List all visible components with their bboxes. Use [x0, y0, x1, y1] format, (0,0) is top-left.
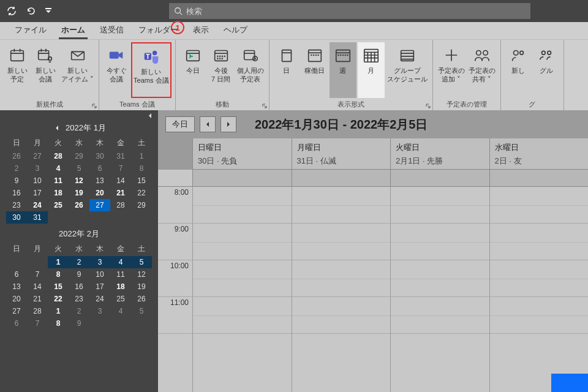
mini-cal-day[interactable]: 15 [131, 175, 152, 187]
time-slot[interactable] [391, 187, 489, 224]
day-column-2[interactable] [390, 187, 489, 392]
new-meeting[interactable]: 新しい会議 [32, 42, 59, 98]
search-input[interactable] [186, 7, 526, 16]
collapse-sidebar[interactable] [0, 110, 158, 121]
time-slot[interactable] [193, 260, 292, 297]
mini-cal-day[interactable]: 13 [89, 175, 110, 187]
mini-cal-day[interactable] [27, 256, 48, 268]
day-header-1[interactable]: 月曜日31日 · 仏滅 [292, 138, 391, 169]
mini-cal-day[interactable]: 30 [6, 211, 27, 224]
dialog-launcher-icon[interactable] [262, 103, 268, 109]
prev-month-icon[interactable] [52, 123, 62, 133]
mini-cal-day[interactable]: 8 [131, 162, 152, 175]
mini-cal-day[interactable]: 21 [27, 293, 48, 305]
mini-cal-day[interactable]: 3 [27, 162, 48, 175]
mini-cal-day[interactable]: 24 [89, 293, 110, 305]
mini-cal-day[interactable]: 26 [6, 150, 27, 162]
mini-cal-day[interactable] [69, 211, 89, 224]
day-column-3[interactable] [489, 187, 589, 392]
mini-cal-day[interactable]: 11 [110, 268, 131, 281]
mini-cal-day[interactable]: 11 [48, 175, 69, 187]
mini-cal-day[interactable]: 4 [48, 162, 69, 175]
mini-cal-day[interactable]: 2 [69, 305, 89, 317]
mini-cal-day[interactable]: 20 [6, 293, 27, 305]
mini-cal-day[interactable]: 3 [89, 305, 110, 317]
menu-tab-3[interactable]: フォルダー [132, 22, 184, 39]
time-slot[interactable] [193, 297, 292, 334]
mini-cal-day[interactable]: 30 [89, 150, 110, 162]
prev-week-button[interactable] [200, 116, 216, 132]
mini-cal-day[interactable] [110, 211, 131, 224]
mini-cal-day[interactable] [110, 317, 131, 330]
view-day[interactable]: 日 [273, 42, 300, 98]
menu-tab-0[interactable]: ファイル [9, 22, 53, 39]
mini-cal-day[interactable]: 16 [69, 281, 89, 293]
calendar-event[interactable] [551, 374, 588, 392]
goto-today[interactable]: 今日 [179, 42, 206, 98]
mini-cal-day[interactable]: 20 [89, 187, 110, 199]
mini-cal-day[interactable]: 4 [110, 256, 131, 268]
day-header-3[interactable]: 水曜日2日 · 友 [489, 138, 589, 169]
mini-cal-day[interactable]: 16 [6, 187, 27, 199]
sync-icon[interactable] [5, 4, 18, 18]
mini-cal-day[interactable]: 5 [131, 256, 152, 268]
time-slot[interactable] [391, 297, 489, 334]
mini-cal-day[interactable]: 27 [6, 305, 27, 317]
mini-cal-day[interactable] [131, 211, 152, 224]
mini-cal-day[interactable]: 13 [6, 281, 27, 293]
mini-cal-day[interactable]: 28 [48, 150, 69, 162]
mini-cal-day[interactable]: 29 [69, 150, 89, 162]
group-schedule[interactable]: グループスケジュール [386, 42, 429, 98]
mini-cal-day[interactable]: 8 [48, 268, 69, 281]
time-slot[interactable] [193, 224, 292, 260]
mini-cal-day[interactable]: 28 [110, 199, 131, 211]
share-calendar[interactable]: 予定表の共有 ˅ [467, 42, 497, 98]
allday-cell[interactable] [390, 170, 489, 186]
mini-cal-day[interactable]: 5 [131, 305, 152, 317]
menu-tab-2[interactable]: 送受信 [94, 22, 130, 39]
browse-groups[interactable]: グル [533, 42, 560, 98]
mini-cal-day[interactable]: 19 [131, 281, 152, 293]
qat-customize-icon[interactable] [44, 4, 53, 18]
mini-cal-day[interactable]: 24 [27, 199, 48, 211]
mini-cal-day[interactable]: 25 [110, 293, 131, 305]
new-group[interactable]: 新し [505, 42, 532, 98]
mini-cal-day[interactable] [131, 317, 152, 330]
mini-cal-day[interactable]: 8 [48, 317, 69, 330]
new-appointment[interactable]: 新しい予定 [4, 42, 31, 98]
mini-cal-day[interactable]: 12 [69, 175, 89, 187]
mini-cal-day[interactable]: 19 [69, 187, 89, 199]
mini-cal-day[interactable]: 31 [27, 211, 48, 224]
mini-cal-day[interactable]: 15 [48, 281, 69, 293]
mini-cal-day[interactable]: 12 [131, 268, 152, 281]
mini-cal-day[interactable]: 9 [69, 317, 89, 330]
time-slot[interactable] [490, 297, 589, 334]
time-slot[interactable] [292, 297, 391, 334]
next-7-days[interactable]: 今後7 日間 [208, 42, 235, 98]
mini-cal-day[interactable]: 27 [89, 199, 110, 211]
mini-cal-day[interactable]: 23 [69, 293, 89, 305]
view-workweek[interactable]: 稼働日 [301, 42, 328, 98]
mini-cal-day[interactable]: 17 [89, 281, 110, 293]
mini-cal-day[interactable]: 27 [27, 150, 48, 162]
view-month[interactable]: 月 [358, 42, 385, 98]
time-slot[interactable] [292, 224, 391, 260]
time-slot[interactable] [490, 260, 589, 297]
mini-cal-day[interactable]: 26 [69, 199, 89, 211]
day-column-0[interactable] [192, 187, 292, 392]
new-teams-meeting[interactable]: T新しいTeams 会議 [131, 42, 171, 98]
mini-cal-day[interactable]: 4 [110, 305, 131, 317]
mini-cal-day[interactable]: 7 [27, 317, 48, 330]
mini-cal-day[interactable]: 18 [48, 187, 69, 199]
mini-cal-day[interactable]: 31 [110, 150, 131, 162]
allday-cell[interactable] [292, 170, 391, 186]
time-slot[interactable] [193, 187, 292, 224]
mini-cal-day[interactable]: 17 [27, 187, 48, 199]
mini-cal-day[interactable]: 18 [110, 281, 131, 293]
mini-cal-day[interactable]: 1 [48, 305, 69, 317]
next-week-button[interactable] [221, 116, 236, 132]
mini-cal-day[interactable]: 7 [110, 162, 131, 175]
mini-cal-day[interactable]: 2 [69, 256, 89, 268]
day-header-2[interactable]: 火曜日2月1日 · 先勝 [390, 138, 489, 169]
dialog-launcher-icon[interactable] [425, 103, 431, 109]
